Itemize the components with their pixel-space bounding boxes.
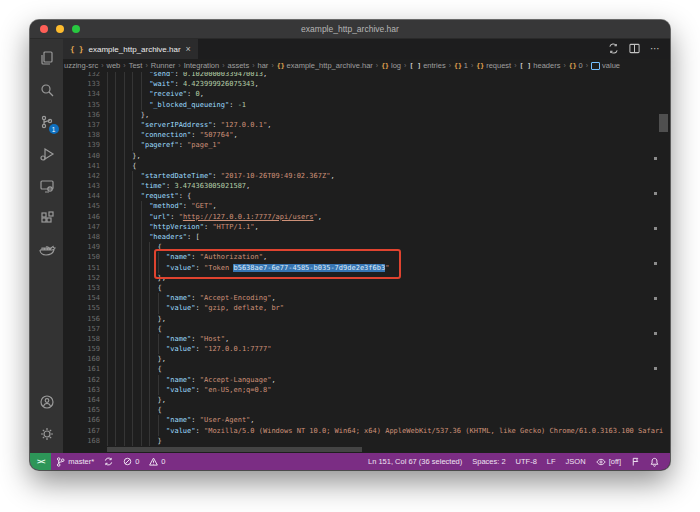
minimize-window-button[interactable] [56,25,64,33]
code-line[interactable]: 142"startedDateTime": "2017-10-26T09:49:… [63,171,670,181]
status-git-branch[interactable]: master* [51,457,99,467]
status-notifications[interactable] [645,457,664,467]
code-line[interactable]: 141{ [63,161,670,171]
status-indentation[interactable]: Spaces: 2 [467,457,510,466]
code-line[interactable]: 139"pageref": "page_1" [63,140,670,150]
code-line[interactable]: 154"name": "Accept-Encoding", [63,293,670,303]
status-language-mode[interactable]: JSON [561,457,591,466]
breadcrumb-item-har[interactable]: har [258,61,269,70]
status-errors[interactable]: 0 [118,457,144,466]
code-text: { [100,242,162,252]
code-line[interactable]: 135"_blocked_queueing": -1 [63,100,670,110]
code-text: }, [100,110,149,120]
accounts-icon[interactable] [35,389,59,415]
breadcrumb-item-integration[interactable]: Integration [184,61,219,70]
code-line[interactable]: 145"method": "GET", [63,201,670,211]
code-line[interactable]: 149{ [63,242,670,252]
line-number: 149 [63,242,100,252]
code-line[interactable]: 134"receive": 0, [63,89,670,99]
code-token: : [196,264,204,272]
breadcrumb-item-request[interactable]: {}request [476,61,511,70]
breadcrumb-item-web[interactable]: web [107,61,121,70]
status-cursor-position[interactable]: Ln 151, Col 67 (36 selected) [363,457,467,466]
code-line[interactable]: 159"value": "127.0.0.1:7777" [63,344,670,354]
code-line[interactable]: 160}, [63,354,670,364]
code-line[interactable]: 152}, [63,273,670,283]
code-line[interactable]: 148"headers": [ [63,232,670,242]
code-line[interactable]: 163"value": "en-US,en;q=0.8" [63,385,670,395]
close-window-button[interactable] [40,25,48,33]
breadcrumb-item-example-http-archive-har[interactable]: {}example_http_archive.har [277,61,373,70]
code-line[interactable]: 164}, [63,395,670,405]
horizontal-scrollbar[interactable] [107,447,362,452]
status-toggle-indicator[interactable]: [off] [591,457,626,466]
breadcrumb-item-uzzing-src[interactable]: uzzing-src [64,61,98,70]
breadcrumb-item-0[interactable]: {}0 [569,61,583,70]
search-icon[interactable] [35,77,59,103]
breadcrumb-item-assets[interactable]: assets [228,61,250,70]
explorer-icon[interactable] [35,45,59,71]
tab-close-icon[interactable]: × [186,45,191,54]
code-line[interactable]: 167"value": "Mozilla/5.0 (Windows NT 10.… [63,426,670,436]
breadcrumb-item-runner[interactable]: Runner [151,61,176,70]
code-line[interactable]: 156}, [63,314,670,324]
indent-guides [107,375,166,385]
status-warnings[interactable]: 0 [144,457,170,466]
split-editor-icon[interactable] [629,40,640,58]
code-line[interactable]: 151"value": "Token b5638ae7-6e77-4585-b0… [63,263,670,273]
extensions-icon[interactable] [35,205,59,231]
code-token: "127.0.0.1:7777" [204,345,271,353]
code-line[interactable]: 168} [63,436,670,446]
tab-example-http-archive[interactable]: { } example_http_archive.har × [63,39,198,59]
indent-guides [107,181,141,191]
settings-gear-icon[interactable] [35,421,59,447]
run-and-debug-icon[interactable] [35,141,59,167]
code-line[interactable]: 132"send": 0.10200000339470013, [63,72,670,79]
code-editor[interactable]: 132"send": 0.10200000339470013,133"wait"… [63,72,670,453]
code-line[interactable]: 147"httpVersion": "HTTP/1.1", [63,222,670,232]
code-token: "name" [166,253,191,261]
code-line[interactable]: 158"name": "Host", [63,334,670,344]
code-line[interactable]: 144"request": { [63,191,670,201]
code-line[interactable]: 140}, [63,151,670,161]
source-control-icon[interactable]: 1 [35,109,59,135]
status-eol[interactable]: LF [542,457,561,466]
code-line[interactable]: 143"time": 3.474363005021587, [63,181,670,191]
open-changes-icon[interactable] [608,40,619,58]
code-line[interactable]: 157{ [63,324,670,334]
line-number: 167 [63,426,100,436]
code-line[interactable]: 137"serverIPAddress": "127.0.0.1", [63,120,670,130]
code-line[interactable]: 165{ [63,405,670,415]
code-line[interactable]: 146"url": "http://127.0.0.1:7777/api/use… [63,212,670,222]
code-line[interactable]: 161{ [63,364,670,374]
breadcrumb-item-log[interactable]: {}log [381,61,401,70]
code-line[interactable]: 136}, [63,110,670,120]
code-line[interactable]: 166"name": "User-Agent", [63,415,670,425]
remote-explorer-icon[interactable] [35,173,59,199]
overview-ruler-mark [654,262,657,265]
zoom-window-button[interactable] [72,25,80,33]
status-feedback[interactable] [626,457,645,466]
breadcrumb-item-headers[interactable]: [ ]headers [520,61,561,70]
docker-icon[interactable] [35,237,59,263]
window-title: example_http_archive.har [30,24,670,34]
status-sync[interactable] [99,457,118,466]
code-line[interactable]: 155"value": "gzip, deflate, br" [63,303,670,313]
vertical-scrollbar[interactable] [659,114,668,132]
breadcrumb-item-1[interactable]: {}1 [454,61,468,70]
indent-guides [107,324,158,334]
status-remote-indicator[interactable]: >< [30,453,51,470]
breadcrumb-item-entries[interactable]: [ ]entries [409,61,445,70]
indent-guides [107,283,158,293]
code-text: "name": "User-Agent", [100,415,255,425]
code-line[interactable]: 150"name": "Authorization", [63,252,670,262]
code-line[interactable]: 162"name": "Accept-Language", [63,375,670,385]
code-line[interactable]: 153{ [63,283,670,293]
status-encoding[interactable]: UTF-8 [511,457,542,466]
breadcrumb-item-value[interactable]: value [591,61,620,70]
code-line[interactable]: 138"connection": "507764", [63,130,670,140]
code-line[interactable]: 133"wait": 4.423999926075343, [63,79,670,89]
breadcrumb-item-test[interactable]: Test [129,61,143,70]
title-bar[interactable]: example_http_archive.har [30,20,670,39]
more-actions-icon[interactable]: ⋯ [650,44,660,54]
